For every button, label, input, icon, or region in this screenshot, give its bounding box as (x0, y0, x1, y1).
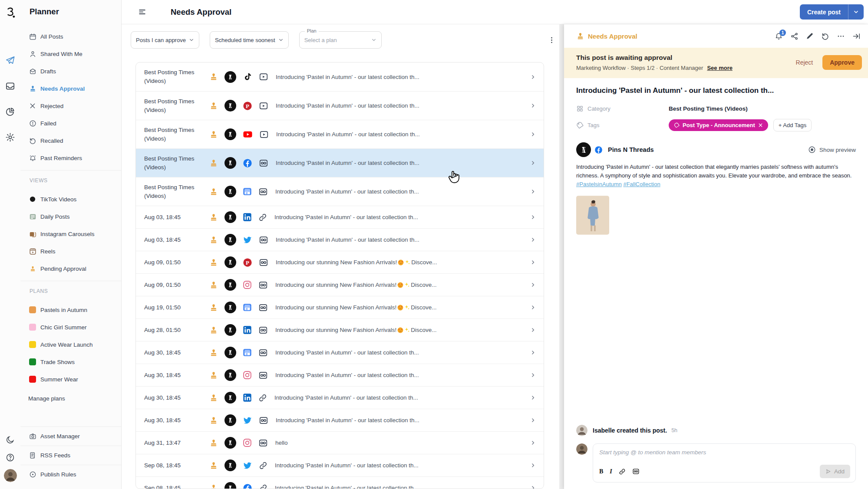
show-preview-button[interactable]: Show preview (808, 146, 856, 154)
sidebar-item-failed[interactable]: Failed (20, 115, 121, 132)
chevron-right-icon[interactable] (526, 327, 536, 333)
chevron-right-icon[interactable] (526, 259, 536, 265)
post-list-item[interactable]: Aug 03, 18:45Introducing 'Pastel in Autu… (136, 228, 544, 251)
chevron-right-icon[interactable] (526, 417, 536, 423)
chevron-right-icon[interactable] (526, 160, 536, 166)
sidebar-item-publish-rules[interactable]: Publish Rules (20, 465, 121, 484)
chevron-right-icon[interactable] (526, 485, 536, 489)
post-list-item[interactable]: Aug 30, 18:45Introducing 'Pastel in Autu… (136, 364, 544, 386)
planner-nav-icon[interactable] (5, 56, 15, 66)
app-logo-icon[interactable] (5, 7, 16, 19)
chevron-right-icon[interactable] (526, 305, 536, 310)
post-list-item[interactable]: Aug 09, 01:50Introducing our stunning Ne… (136, 273, 544, 296)
post-list-item[interactable]: Aug 31, 13:47hello (136, 431, 544, 454)
post-schedule-label: Aug 03, 18:45 (144, 213, 195, 222)
post-list-item[interactable]: Aug 30, 18:45Introducing 'Pastel in Autu… (136, 409, 544, 431)
italic-button[interactable]: I (610, 468, 612, 475)
chevron-right-icon[interactable] (526, 74, 536, 80)
post-list-item[interactable]: Best Posting Times (Videos)PIntroducing … (136, 91, 544, 120)
chevron-right-icon[interactable] (526, 214, 536, 220)
hashtag-link[interactable]: #FallCollection (623, 181, 660, 187)
post-list-item[interactable]: Best Posting Times (Videos)Introducing '… (136, 62, 544, 91)
tag-pill[interactable]: Post Type - Announcement (669, 119, 768, 131)
post-list-item[interactable]: Sep 08, 18:45Introducing 'Pastel in Autu… (136, 476, 544, 489)
chevron-right-icon[interactable] (526, 372, 536, 378)
post-list-item[interactable]: Best Posting Times (Videos)Introducing '… (136, 148, 544, 177)
chevron-right-icon[interactable] (526, 237, 536, 243)
add-comment-button[interactable]: Add (820, 465, 850, 478)
dark-mode-icon[interactable] (6, 435, 15, 444)
chevron-right-icon[interactable] (526, 282, 536, 288)
sidebar-item-drafts[interactable]: Drafts (20, 62, 121, 80)
sidebar-item-reels[interactable]: Reels (20, 243, 121, 260)
chevron-right-icon[interactable] (526, 440, 536, 446)
approve-filter-dropdown[interactable]: Posts I can approve (131, 31, 199, 49)
help-icon[interactable] (6, 453, 15, 462)
user-avatar[interactable] (4, 469, 17, 482)
post-list-item[interactable]: Best Posting Times (Videos)Introducing '… (136, 177, 544, 206)
sidebar-item-pastels-in-autumn[interactable]: Pastels in Autumn (20, 301, 121, 318)
manage-plans-link[interactable]: Manage plans (20, 390, 121, 407)
more-options-icon[interactable] (837, 32, 845, 40)
recall-undo-icon[interactable] (821, 32, 829, 40)
remove-tag-icon[interactable] (758, 123, 763, 128)
approve-button[interactable]: Approve (822, 55, 862, 70)
sidebar-item-trade-shows[interactable]: Trade Shows (20, 353, 121, 371)
sidebar-item-summer-wear[interactable]: Summer Wear (20, 371, 121, 388)
sort-filter-dropdown[interactable]: Scheduled time soonest (210, 31, 289, 49)
post-list-item[interactable]: Aug 19, 01:50Introducing our stunning Ne… (136, 296, 544, 318)
chevron-right-icon[interactable] (526, 350, 536, 355)
hashtag-link[interactable]: #PastelsinAutumn (576, 181, 622, 187)
menu-icon[interactable] (138, 8, 146, 16)
post-list-item[interactable]: Aug 09, 01:50PIntroducing our stunning N… (136, 251, 544, 273)
analytics-nav-icon[interactable] (5, 107, 15, 117)
plan-select-dropdown[interactable]: Plan Select a plan (299, 31, 382, 49)
reject-button[interactable]: Reject (796, 59, 813, 66)
list-options-kebab-icon[interactable] (546, 34, 558, 46)
sidebar-item-recalled[interactable]: Recalled (20, 132, 121, 149)
sidebar-item-instagram-carousels[interactable]: Instagram Carousels (20, 225, 121, 243)
sidebar-item-needs-approval[interactable]: Needs Approval (20, 80, 121, 97)
post-preview-text: Introducing 'Pastel in Autumn' - our lat… (276, 131, 420, 138)
sidebar-item-tiktok-videos[interactable]: TikTok Videos (20, 190, 121, 208)
see-more-link[interactable]: See more (707, 65, 733, 71)
post-list-item[interactable]: Sep 08, 18:45Introducing 'Pastel in Autu… (136, 454, 544, 476)
collapse-drawer-icon[interactable] (852, 32, 861, 40)
sidebar-item-rss-feeds[interactable]: RSS Feeds (20, 446, 121, 465)
sidebar-item-shared-with-me[interactable]: Shared With Me (20, 45, 121, 62)
sidebar-item-pending-approval[interactable]: Pending Approval (20, 260, 121, 277)
post-image-thumbnail[interactable] (576, 196, 609, 235)
post-schedule-label: Best Posting Times (Videos) (144, 126, 195, 143)
sidebar-item-past-reminders[interactable]: Past Reminders (20, 149, 121, 167)
sidebar-item-all-posts[interactable]: All Posts (20, 28, 121, 45)
post-list-item[interactable]: Aug 03, 18:45Introducing 'Pastel in Autu… (136, 206, 544, 228)
post-list-item[interactable]: Aug 28, 01:50Introducing our stunning Ne… (136, 318, 544, 341)
edit-pencil-icon[interactable] (806, 32, 814, 40)
inbox-nav-icon[interactable] (5, 81, 15, 91)
plans-header: PLANS (20, 281, 121, 301)
attach-image-icon[interactable] (632, 468, 640, 475)
settings-nav-icon[interactable] (5, 132, 15, 142)
share-icon[interactable] (790, 32, 799, 40)
post-list-item[interactable]: Best Posting Times (Videos)Introducing '… (136, 120, 544, 148)
sidebar-item-chic-girl-summer[interactable]: Chic Girl Summer (20, 318, 121, 336)
photo-icon (258, 325, 268, 335)
post-list-item[interactable]: Aug 30, 18:45Introducing 'Pastel in Autu… (136, 341, 544, 364)
post-list-item[interactable]: Aug 30, 18:45Introducing 'Pastel in Autu… (136, 386, 544, 409)
chevron-right-icon[interactable] (526, 189, 536, 194)
sidebar-item-active-wear-launch[interactable]: Active Wear Launch (20, 336, 121, 353)
comment-input[interactable]: Start typing @ to mention team members B… (593, 443, 856, 482)
chevron-right-icon[interactable] (526, 395, 536, 400)
sidebar-item-rejected[interactable]: Rejected (20, 97, 121, 115)
add-tags-button[interactable]: + Add Tags (773, 119, 812, 131)
bold-button[interactable]: B (599, 468, 603, 475)
chevron-right-icon[interactable] (526, 103, 536, 108)
chevron-right-icon[interactable] (526, 131, 536, 137)
sidebar-item-asset-manager[interactable]: Asset Manager (20, 427, 121, 446)
attach-link-icon[interactable] (619, 468, 626, 475)
create-post-button[interactable]: Create post (800, 4, 864, 20)
create-post-dropdown[interactable] (848, 4, 864, 20)
chevron-right-icon[interactable] (526, 463, 536, 468)
notifications-bell-icon[interactable]: 1 (775, 32, 783, 40)
sidebar-item-daily-posts[interactable]: Daily Posts (20, 208, 121, 225)
